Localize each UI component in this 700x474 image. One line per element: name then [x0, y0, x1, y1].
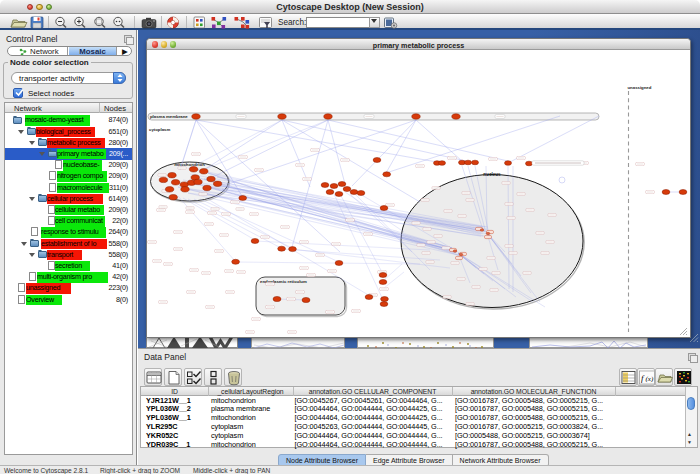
svg-text:cytoplasm: cytoplasm [149, 127, 170, 132]
svg-text:(x): (x) [646, 375, 654, 383]
svg-text:unassigned: unassigned [628, 85, 652, 90]
svg-text:plasma membrane: plasma membrane [150, 114, 188, 119]
